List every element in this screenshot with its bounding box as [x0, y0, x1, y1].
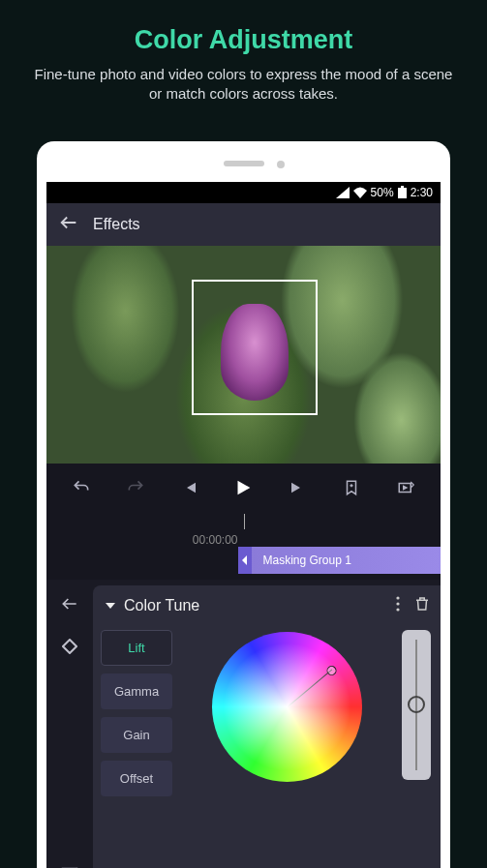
battery-percent: 50%	[371, 186, 394, 199]
clip-trim-handle[interactable]	[238, 547, 252, 574]
trash-icon	[413, 595, 431, 613]
svg-point-4	[396, 596, 399, 599]
editor-sidebar	[46, 580, 93, 869]
panel-title: Color Tune	[124, 597, 382, 614]
play-icon	[232, 477, 254, 498]
color-wheel-handle[interactable]	[287, 670, 332, 707]
promo-subtitle: Fine-tune photo and video colors to expr…	[29, 65, 458, 105]
color-tune-panel: Color Tune Lift Gamma Gain Offset	[93, 585, 441, 869]
timeline-ruler	[46, 520, 441, 527]
more-vertical-icon	[390, 595, 406, 613]
arrow-left-icon	[60, 594, 79, 614]
redo-icon	[126, 478, 145, 497]
battery-icon	[398, 186, 407, 198]
arrow-left-icon	[58, 212, 79, 233]
curves-button[interactable]	[59, 865, 80, 869]
cell-signal-icon	[336, 187, 350, 198]
redo-button[interactable]	[121, 478, 150, 497]
wifi-icon	[353, 187, 367, 198]
skip-end-icon	[289, 479, 306, 496]
skip-end-button[interactable]	[283, 479, 312, 496]
luma-slider-thumb[interactable]	[408, 696, 425, 713]
keyframe-button[interactable]	[59, 636, 80, 657]
delete-button[interactable]	[413, 595, 431, 616]
skip-start-button[interactable]	[175, 479, 204, 496]
export-button[interactable]	[391, 479, 420, 496]
caret-down-icon[interactable]	[105, 600, 116, 612]
header-title: Effects	[93, 216, 140, 233]
bookmark-add-icon	[343, 479, 360, 496]
skip-start-icon	[181, 479, 198, 496]
preview-viewport[interactable]	[46, 246, 441, 464]
promo-title: Color Adjustment	[29, 25, 458, 55]
play-button[interactable]	[228, 477, 258, 498]
tab-lift[interactable]: Lift	[101, 630, 172, 666]
timeline-clip[interactable]: Masking Group 1	[244, 547, 441, 574]
transport-bar	[46, 464, 441, 512]
export-icon	[396, 479, 415, 496]
timeline[interactable]: 00:00:00 Masking Group 1	[46, 512, 441, 580]
undo-button[interactable]	[67, 478, 96, 497]
more-options-button[interactable]	[390, 595, 406, 616]
svg-point-5	[396, 602, 399, 605]
tab-offset[interactable]: Offset	[101, 761, 172, 796]
phone-frame: 50% 2:30 Effects 00:00	[37, 141, 450, 869]
svg-rect-1	[401, 186, 404, 188]
mask-selection-box[interactable]	[192, 280, 318, 415]
bookmark-add-button[interactable]	[337, 479, 366, 496]
status-bar: 50% 2:30	[46, 182, 441, 203]
back-button[interactable]	[58, 212, 79, 237]
color-tune-tabs: Lift Gamma Gain Offset	[93, 624, 180, 869]
timecode: 00:00:00	[193, 533, 244, 547]
app-header: Effects	[46, 203, 441, 246]
color-wheel[interactable]	[212, 632, 362, 782]
panel-back-button[interactable]	[59, 593, 80, 614]
luma-slider[interactable]	[402, 630, 431, 780]
svg-rect-0	[398, 188, 407, 198]
undo-icon	[72, 478, 91, 497]
status-time: 2:30	[411, 186, 433, 199]
tab-gain[interactable]: Gain	[101, 717, 172, 753]
diamond-icon	[62, 639, 77, 654]
clip-label: Masking Group 1	[263, 554, 351, 567]
svg-point-6	[396, 608, 399, 611]
masked-region	[221, 304, 289, 401]
tab-gamma[interactable]: Gamma	[101, 673, 172, 709]
chevron-left-icon	[241, 555, 249, 565]
